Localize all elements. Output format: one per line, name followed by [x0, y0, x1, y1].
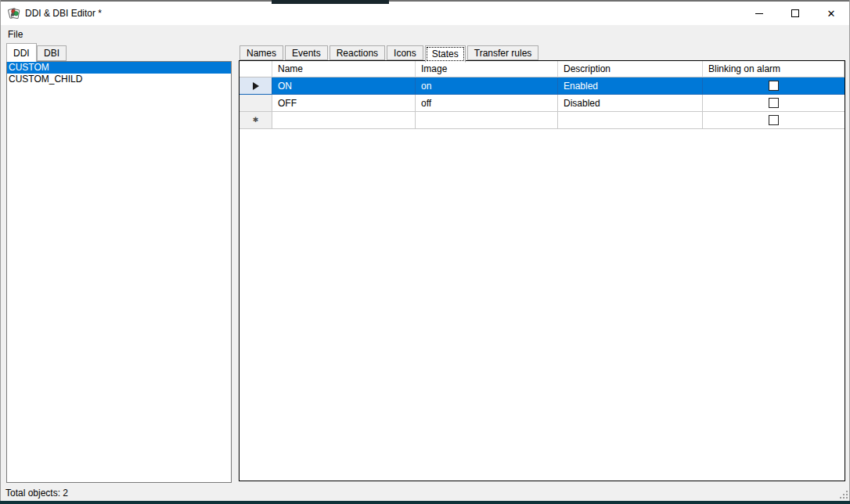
tab-dbi[interactable]: DBI [37, 45, 67, 61]
blinking-checkbox[interactable] [769, 98, 779, 108]
cell-image[interactable]: on [416, 77, 558, 95]
grid-header-row: Name Image Description Blinking on alarm [240, 61, 845, 77]
cell-name[interactable] [272, 112, 416, 129]
tab-ddi[interactable]: DDI [6, 43, 37, 62]
cell-name[interactable]: ON [272, 77, 416, 95]
app-icon [8, 7, 20, 20]
tab-icons[interactable]: Icons [387, 45, 423, 60]
cell-image[interactable]: off [416, 95, 558, 112]
object-listbox[interactable]: CUSTOM CUSTOM_CHILD [6, 61, 232, 483]
tab-names[interactable]: Names [240, 45, 283, 60]
right-tab-strip: Names Events Reactions Icons States Tran… [240, 45, 538, 60]
cell-blinking [703, 112, 845, 129]
blinking-checkbox[interactable] [769, 115, 779, 125]
row-header-cell[interactable]: ✱ [240, 112, 272, 129]
resize-grip-icon[interactable] [839, 490, 848, 499]
table-row[interactable]: OFF off Disabled [240, 95, 845, 112]
close-button[interactable]: ✕ [813, 2, 849, 25]
menu-bar: File [1, 25, 849, 43]
column-header-description[interactable]: Description [558, 61, 703, 77]
cell-description[interactable]: Disabled [558, 95, 703, 112]
background-window-bottom-strip [0, 501, 850, 504]
window-title: DDI & DBI Editor * [25, 8, 102, 19]
cell-description[interactable]: Enabled [558, 77, 703, 95]
column-header-blinking[interactable]: Blinking on alarm [703, 61, 845, 77]
title-bar: DDI & DBI Editor * ✕ [1, 2, 849, 25]
cell-name[interactable]: OFF [272, 95, 416, 112]
menu-file[interactable]: File [1, 27, 30, 42]
cell-blinking [703, 95, 845, 112]
minimize-icon [755, 13, 763, 14]
column-header-name[interactable]: Name [272, 61, 416, 77]
tab-reactions[interactable]: Reactions [330, 45, 385, 60]
list-item-custom[interactable]: CUSTOM [7, 62, 231, 74]
tab-events[interactable]: Events [285, 45, 328, 60]
row-header-cell[interactable] [240, 95, 272, 112]
minimize-button[interactable] [741, 2, 777, 25]
tab-transfer-rules[interactable]: Transfer rules [467, 45, 539, 60]
close-icon: ✕ [827, 8, 836, 20]
new-row-icon: ✱ [253, 117, 259, 124]
status-total-objects: Total objects: 2 [1, 488, 68, 499]
tab-states[interactable]: States [425, 45, 466, 63]
grid-corner-header [240, 61, 272, 77]
window-border-top [0, 0, 850, 2]
background-window-sliver [272, 0, 389, 4]
blinking-checkbox[interactable] [769, 81, 779, 91]
list-item-custom-child[interactable]: CUSTOM_CHILD [7, 74, 231, 85]
row-header-cell[interactable] [240, 77, 272, 95]
column-header-image[interactable]: Image [416, 61, 558, 77]
states-datagrid: Name Image Description Blinking on alarm… [239, 60, 845, 481]
cell-blinking [703, 77, 845, 95]
window-border-left [0, 0, 1, 501]
table-row[interactable]: ON on Enabled [240, 77, 845, 95]
caption-buttons: ✕ [741, 2, 849, 25]
maximize-icon [791, 9, 799, 17]
new-row[interactable]: ✱ [240, 112, 845, 129]
maximize-button[interactable] [777, 2, 813, 25]
cell-image[interactable] [416, 112, 558, 129]
cell-description[interactable] [558, 112, 703, 129]
status-bar: Total objects: 2 [1, 485, 849, 501]
current-row-indicator-icon [253, 82, 259, 90]
app-window: DDI & DBI Editor * ✕ File DDI DBI CUSTOM… [0, 0, 850, 504]
